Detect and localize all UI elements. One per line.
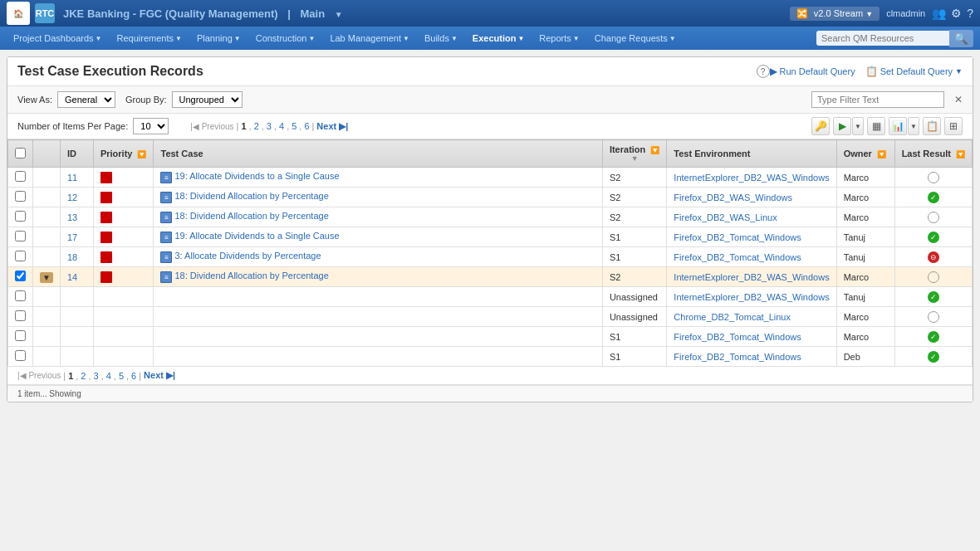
nav-builds[interactable]: Builds ▼ xyxy=(418,30,464,46)
row-checkbox-7[interactable] xyxy=(15,310,26,321)
export-btn[interactable]: 📊 xyxy=(889,117,907,135)
home-logo[interactable]: 🏠 xyxy=(7,2,30,25)
page-5-bottom[interactable]: 5 xyxy=(119,371,124,381)
filter-input[interactable] xyxy=(811,91,944,108)
row-dropdown-icon[interactable]: ▼ xyxy=(40,272,53,283)
page-1-bottom[interactable]: 1 xyxy=(68,371,73,381)
th-row-icon xyxy=(33,140,61,168)
row-checkbox-2[interactable] xyxy=(15,211,26,222)
page-4[interactable]: 4 xyxy=(279,121,284,131)
version-stream[interactable]: 🔀 v2.0 Stream ▼ xyxy=(790,7,880,21)
page-5[interactable]: 5 xyxy=(292,121,296,131)
page-1[interactable]: 1 xyxy=(241,121,246,131)
run-btn[interactable]: ▶ xyxy=(833,117,851,135)
row-checkbox-8[interactable] xyxy=(15,330,26,341)
env-link[interactable]: Firefox_DB2_Tomcat_Windows xyxy=(674,332,801,342)
th-last-result[interactable]: Last Result 🔽 xyxy=(894,140,972,168)
row-id[interactable]: 17 xyxy=(67,232,77,242)
row-checkbox-3[interactable] xyxy=(15,231,26,241)
nav-requirements[interactable]: Requirements ▼ xyxy=(110,30,189,46)
settings-icon[interactable]: ⚙ xyxy=(951,7,962,20)
nav-chevron-6: ▼ xyxy=(517,35,524,42)
run-dropdown-btn[interactable]: ▼ xyxy=(852,117,864,135)
env-link[interactable]: Firefox_DB2_Tomcat_Windows xyxy=(674,252,801,262)
env-link[interactable]: InternetExplorer_DB2_WAS_Windows xyxy=(674,173,829,183)
group-by-select[interactable]: Ungrouped xyxy=(172,91,243,108)
set-default-query-btn[interactable]: 📋 Set Default Query ▼ xyxy=(865,66,963,77)
page-3-bottom[interactable]: 3 xyxy=(94,371,99,381)
view-as-select[interactable]: General xyxy=(57,91,115,108)
row-checkbox-9[interactable] xyxy=(15,350,26,361)
env-link[interactable]: Firefox_DB2_Tomcat_Windows xyxy=(674,352,801,362)
test-case-link[interactable]: 19: Allocate Dividends to a Single Cause xyxy=(174,231,339,241)
nav-lab-management[interactable]: Lab Management ▼ xyxy=(323,30,416,46)
nav-search-button[interactable]: 🔍 xyxy=(949,30,973,47)
page-6-bottom[interactable]: 6 xyxy=(131,371,136,381)
page-6[interactable]: 6 xyxy=(304,121,309,131)
help-icon[interactable]: ? xyxy=(757,65,770,78)
user-label[interactable]: clmadmin xyxy=(886,8,925,18)
users-icon[interactable]: 👥 xyxy=(932,7,946,20)
th-iteration[interactable]: Iteration 🔽 ▼ xyxy=(602,140,666,168)
row-checkbox-6[interactable] xyxy=(15,290,26,301)
env-link[interactable]: Firefox_DB2_Tomcat_Windows xyxy=(674,232,801,242)
test-case-link[interactable]: 19: Allocate Dividends to a Single Cause xyxy=(174,171,339,181)
export-dropdown-btn[interactable]: ▼ xyxy=(908,117,919,135)
nav-project-dashboards[interactable]: Project Dashboards ▼ xyxy=(7,30,109,46)
nav-search-input[interactable] xyxy=(816,31,949,46)
th-priority[interactable]: Priority 🔽 xyxy=(93,140,154,168)
nav-builds-label: Builds xyxy=(424,33,449,43)
dropdown-chevron[interactable]: ▼ xyxy=(335,10,343,19)
env-link[interactable]: InternetExplorer_DB2_WAS_Windows xyxy=(674,272,829,282)
page-2-bottom[interactable]: 2 xyxy=(81,371,86,381)
copy-btn[interactable]: 📋 xyxy=(923,117,941,135)
run-default-query-btn[interactable]: ▶ Run Default Query xyxy=(770,66,855,77)
page-2[interactable]: 2 xyxy=(254,121,259,131)
page-3[interactable]: 3 xyxy=(267,121,272,131)
table-row: Unassigned Chrome_DB2_Tomcat_Linux Marco xyxy=(8,307,973,327)
items-per-page-select[interactable]: 10 25 50 xyxy=(133,118,169,134)
help-icon-top[interactable]: ? xyxy=(967,7,973,20)
select-all-checkbox[interactable] xyxy=(15,148,26,158)
prev-btn-top[interactable]: |◀ Previous xyxy=(190,122,233,131)
row-checkbox-1[interactable] xyxy=(15,191,26,202)
row-id[interactable]: 18 xyxy=(67,252,77,262)
env-link[interactable]: Chrome_DB2_Tomcat_Linux xyxy=(674,312,791,322)
th-test-case[interactable]: Test Case xyxy=(154,140,602,168)
result-icon-fail: ⊖ xyxy=(928,251,939,263)
prev-btn-bottom[interactable]: |◀ Previous xyxy=(17,371,61,380)
env-link[interactable]: InternetExplorer_DB2_WAS_Windows xyxy=(674,292,829,302)
nav-construction[interactable]: Construction ▼ xyxy=(249,30,322,46)
filter-clear-icon[interactable]: ✕ xyxy=(954,94,963,105)
row-checkbox-0[interactable] xyxy=(15,171,26,182)
test-case-link[interactable]: 3: Allocate Dividends by Percentage xyxy=(174,251,321,261)
grid-btn[interactable]: ⊞ xyxy=(944,117,963,135)
test-case-link[interactable]: 18: Dividend Allocation by Percentage xyxy=(174,191,328,201)
th-test-env[interactable]: Test Environment xyxy=(667,140,836,168)
env-link[interactable]: Firefox_DB2_WAS_Windows xyxy=(674,193,792,202)
result-icon-none xyxy=(928,172,939,183)
app-title-text: JKE Banking - FGC (Quality Management) xyxy=(63,7,278,20)
nav-reports[interactable]: Reports ▼ xyxy=(532,30,586,46)
th-id[interactable]: ID xyxy=(60,140,93,168)
row-id[interactable]: 13 xyxy=(67,212,77,222)
row-id[interactable]: 14 xyxy=(67,272,77,282)
columns-icon-btn[interactable]: ▦ xyxy=(867,117,885,135)
th-owner[interactable]: Owner 🔽 xyxy=(836,140,894,168)
nav-planning[interactable]: Planning ▼ xyxy=(190,30,247,46)
next-btn-top[interactable]: Next ▶| xyxy=(316,121,348,132)
nav-change-requests[interactable]: Change Requests ▼ xyxy=(588,30,683,46)
nav-execution[interactable]: Execution ▼ xyxy=(466,30,532,46)
env-link[interactable]: Firefox_DB2_WAS_Linux xyxy=(674,212,777,222)
test-case-link[interactable]: 18: Dividend Allocation by Percentage xyxy=(174,211,328,221)
row-checkbox-5[interactable] xyxy=(15,271,26,281)
cell-iteration: Unassigned xyxy=(602,287,666,307)
next-btn-bottom[interactable]: Next ▶| xyxy=(144,370,175,381)
page-4-bottom[interactable]: 4 xyxy=(106,371,111,381)
row-id[interactable]: 12 xyxy=(67,193,77,202)
test-case-link[interactable]: 18: Dividend Allocation by Percentage xyxy=(174,271,328,280)
row-id[interactable]: 11 xyxy=(67,173,77,183)
row-checkbox-4[interactable] xyxy=(15,251,26,261)
cell-iteration: S2 xyxy=(602,207,666,227)
key-icon-btn[interactable]: 🔑 xyxy=(811,117,830,135)
